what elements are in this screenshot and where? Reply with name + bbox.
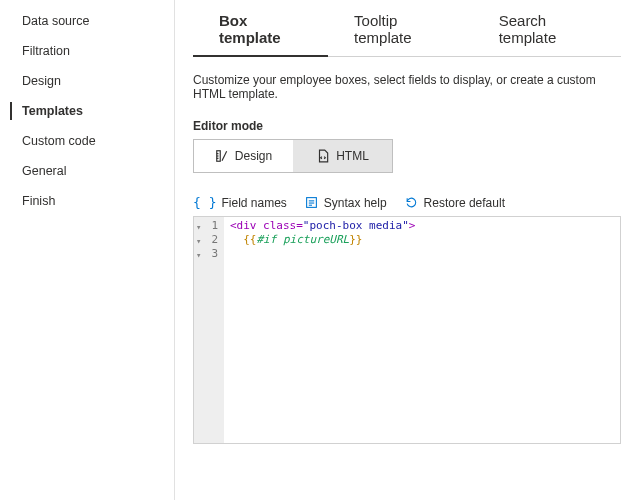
tab-box-template[interactable]: Box template — [193, 4, 328, 56]
code-file-icon — [316, 149, 330, 163]
mode-design-button[interactable]: Design — [194, 140, 293, 172]
code-editor[interactable]: ▾1▾2▾3 <div class="poch-box media"> {{#i… — [193, 216, 621, 444]
editor-code[interactable]: <div class="poch-box media"> {{#if pictu… — [224, 217, 620, 443]
list-icon — [305, 196, 319, 210]
sidebar-item-design[interactable]: Design — [0, 66, 174, 96]
braces-icon: { } — [193, 195, 216, 210]
undo-icon — [405, 196, 419, 210]
template-tabs: Box template Tooltip template Search tem… — [193, 4, 621, 57]
sidebar-item-data-source[interactable]: Data source — [0, 6, 174, 36]
section-description: Customize your employee boxes, select fi… — [193, 73, 621, 101]
editor-helpbar: { } Field names Syntax help Restore defa… — [193, 195, 621, 210]
main-panel: Box template Tooltip template Search tem… — [175, 0, 639, 500]
field-names-button[interactable]: { } Field names — [193, 195, 287, 210]
mode-html-button[interactable]: HTML — [293, 140, 392, 172]
sidebar-item-custom-code[interactable]: Custom code — [0, 126, 174, 156]
sidebar-item-finish[interactable]: Finish — [0, 186, 174, 216]
editor-mode-label: Editor mode — [193, 119, 621, 133]
tab-search-template[interactable]: Search template — [473, 4, 621, 56]
sidebar-item-templates[interactable]: Templates — [0, 96, 174, 126]
editor-gutter: ▾1▾2▾3 — [194, 217, 224, 443]
ruler-icon — [215, 149, 229, 163]
restore-default-button[interactable]: Restore default — [405, 196, 505, 210]
sidebar-item-filtration[interactable]: Filtration — [0, 36, 174, 66]
tab-tooltip-template[interactable]: Tooltip template — [328, 4, 473, 56]
sidebar-item-general[interactable]: General — [0, 156, 174, 186]
editor-mode-segmented: Design HTML — [193, 139, 393, 173]
sidebar: Data source Filtration Design Templates … — [0, 0, 175, 500]
syntax-help-button[interactable]: Syntax help — [305, 196, 387, 210]
